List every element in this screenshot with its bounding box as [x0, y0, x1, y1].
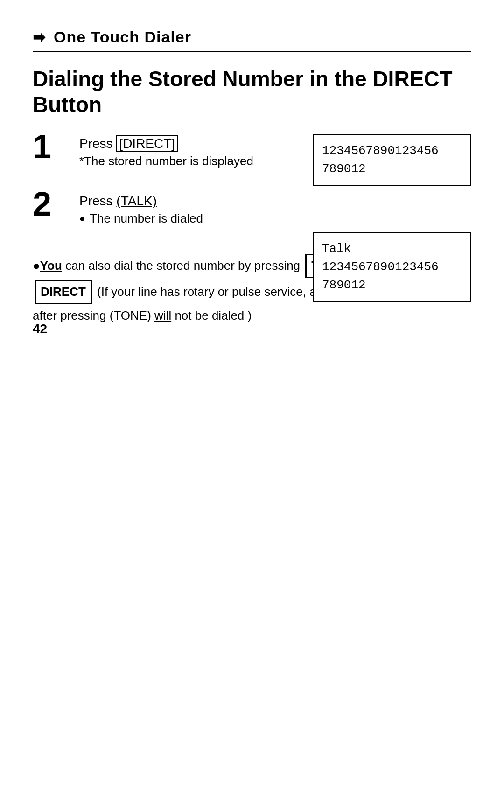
will-label: will [154, 308, 171, 322]
step-1-note: *The stored number is displayed [79, 154, 471, 168]
page-number: 42 [33, 322, 47, 336]
step-2-instruction: Press (TALK) [79, 194, 471, 209]
step-2-content: Press (TALK) ● The number is dialed [79, 192, 471, 226]
page-title: Dialing the Stored Number in the DIRECT … [33, 66, 471, 118]
bullet-note-icon: ● [33, 259, 40, 273]
step2-display-line1: Talk [322, 242, 351, 256]
note-text5: not be dialed ) [171, 308, 252, 322]
step-1-number: 1 [33, 130, 70, 163]
talk-key-step2: (TALK) [116, 194, 157, 208]
arrow-icon: ➡ [33, 28, 45, 46]
step-1-row: 1 Press [DIRECT] *The stored number is d… [33, 134, 471, 168]
page-container: ➡ One Touch Dialer Dialing the Stored Nu… [0, 0, 504, 355]
note-line-3: after pressing (TONE) will not be dialed… [33, 306, 471, 326]
direct-badge: DIRECT [35, 280, 92, 304]
header-section: ➡ One Touch Dialer [33, 28, 471, 52]
steps-area: 1234567890123456 789012 1 Press [DIRECT]… [33, 134, 471, 226]
direct-key-step1: [DIRECT] [116, 135, 178, 152]
step2-display-line2: 1234567890123456 [322, 260, 439, 274]
header-title: One Touch Dialer [54, 28, 191, 46]
step2-display-box: Talk 1234567890123456 789012 [313, 232, 471, 302]
note-text4: after pressing (TONE) [33, 308, 151, 322]
step-1-content: Press [DIRECT] *The stored number is dis… [79, 134, 471, 168]
bullet-icon: ● [79, 213, 85, 224]
step2-display-line3: 789012 [322, 278, 366, 292]
step-2-note: ● The number is dialed [79, 211, 471, 226]
note-text1: can also dial the stored number by press… [62, 259, 300, 273]
step-1-instruction: Press [DIRECT] [79, 136, 471, 151]
step-2-number: 2 [33, 187, 70, 221]
step-2-row: 2 Press (TALK) ● The number is dialed [33, 192, 471, 226]
you-label: You [40, 259, 62, 273]
